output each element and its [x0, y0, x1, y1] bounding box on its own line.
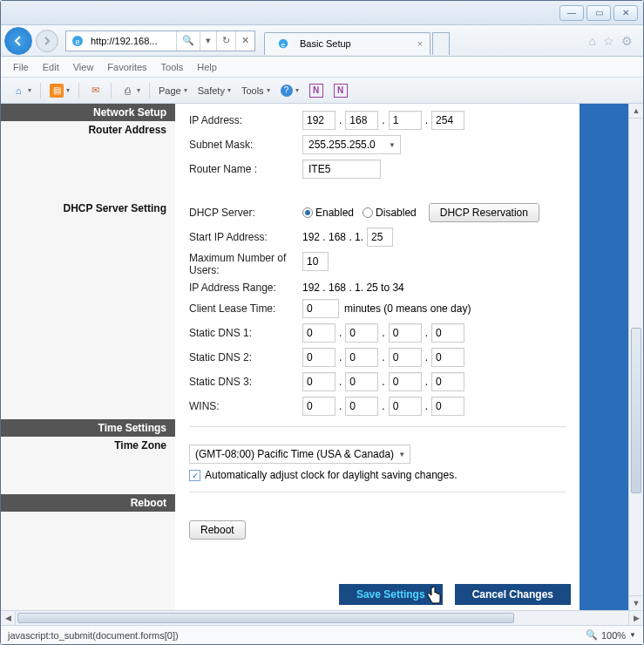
forward-button[interactable]: [36, 30, 58, 52]
zoom-control[interactable]: 🔍 100% ▼: [586, 629, 636, 641]
label-subnet-mask: Subnet Mask:: [189, 139, 302, 151]
tb-onenote1-icon[interactable]: N: [306, 82, 327, 99]
timezone-select[interactable]: (GMT-08:00) Pacific Time (USA & Canada) …: [189, 445, 410, 464]
tb-safety[interactable]: Safety▾: [194, 84, 234, 98]
section-router-address: Router Address: [1, 121, 175, 139]
label-disabled: Disabled: [376, 207, 417, 219]
maximize-button[interactable]: ▭: [586, 5, 611, 21]
dst-checkbox[interactable]: ✓: [189, 470, 200, 481]
scroll-right-icon[interactable]: ▶: [628, 611, 643, 625]
close-window-button[interactable]: ✕: [613, 5, 638, 21]
scroll-left-icon[interactable]: ◀: [1, 611, 16, 625]
zoom-value: 100%: [601, 630, 626, 641]
tb-onenote2-icon[interactable]: N: [330, 82, 351, 99]
menu-favorites[interactable]: Favorites: [107, 62, 146, 72]
section-time-zone: Time Zone: [1, 437, 175, 454]
dns3-octet-4[interactable]: [431, 372, 464, 391]
tb-mail-icon[interactable]: ✉: [85, 82, 105, 99]
label-auto-dst: Automatically adjust clock for daylight …: [205, 469, 457, 481]
tab-close-icon[interactable]: ×: [417, 38, 423, 49]
subnet-mask-select[interactable]: 255.255.255.0 ▼: [302, 135, 401, 154]
scroll-down-icon[interactable]: ▼: [629, 595, 643, 610]
search-icon[interactable]: 🔍: [176, 31, 200, 51]
label-dns2: Static DNS 2:: [189, 351, 302, 363]
lease-suffix: minutes (0 means one day): [344, 302, 471, 315]
dns2-octet-2[interactable]: [345, 348, 378, 367]
minimize-button[interactable]: —: [559, 5, 584, 21]
lease-time-input[interactable]: [302, 299, 339, 318]
wins-octet-4[interactable]: [431, 397, 464, 416]
menu-tools[interactable]: Tools: [161, 62, 184, 72]
right-band: [580, 104, 628, 610]
command-toolbar: ⌂▾ ▤▾ ✉ ⎙▾ Page▾ Safety▾ Tools▾ ?▾ N N: [1, 78, 643, 104]
wins-octet-3[interactable]: [389, 397, 422, 416]
router-name-input[interactable]: [302, 160, 381, 179]
tb-home-icon[interactable]: ⌂▾: [8, 82, 35, 99]
tb-rss-icon[interactable]: ▤▾: [46, 82, 73, 99]
label-dhcp-server: DHCP Server:: [189, 207, 302, 219]
dhcp-enabled-radio[interactable]: [302, 207, 313, 218]
favorites-icon[interactable]: ☆: [603, 34, 614, 48]
menu-help[interactable]: Help: [197, 62, 217, 72]
chevron-down-icon: ▼: [398, 451, 405, 458]
ip-octet-4[interactable]: [431, 111, 464, 130]
scroll-thumb[interactable]: [17, 613, 514, 623]
dns1-octet-2[interactable]: [345, 323, 378, 343]
refresh-button[interactable]: ↻: [216, 31, 235, 51]
label-lease-time: Client Lease Time:: [189, 302, 302, 315]
ip-octet-3[interactable]: [389, 111, 422, 130]
reboot-button[interactable]: Reboot: [189, 520, 246, 540]
tb-help-icon[interactable]: ?▾: [277, 83, 302, 98]
url-dropdown[interactable]: ▾: [200, 31, 216, 51]
home-icon[interactable]: ⌂: [589, 34, 596, 48]
ie-icon: e: [70, 33, 85, 49]
ip-octet-2[interactable]: [345, 111, 378, 130]
tab-label: Basic Setup: [300, 38, 351, 49]
dns2-octet-1[interactable]: [302, 348, 336, 367]
dns3-octet-1[interactable]: [302, 372, 336, 391]
titlebar: — ▭ ✕: [1, 1, 643, 25]
dhcp-reservation-button[interactable]: DHCP Reservation: [429, 203, 539, 222]
tb-page[interactable]: Page▾: [155, 84, 191, 98]
dns2-octet-4[interactable]: [431, 348, 464, 367]
dhcp-disabled-radio[interactable]: [363, 207, 373, 218]
wins-octet-2[interactable]: [345, 397, 378, 416]
dns1-octet-3[interactable]: [389, 323, 422, 343]
label-router-name: Router Name :: [189, 163, 302, 175]
tb-tools[interactable]: Tools▾: [238, 84, 274, 98]
divider: [189, 492, 566, 492]
ip-octet-1[interactable]: [302, 111, 336, 130]
new-tab-button[interactable]: [432, 32, 450, 55]
dns3-octet-3[interactable]: [389, 372, 422, 391]
left-nav: Network Setup Router Address DHCP Server…: [1, 104, 175, 610]
wins-octet-1[interactable]: [302, 397, 336, 416]
menu-file[interactable]: File: [13, 62, 29, 72]
tab-bar: e Basic Setup ×: [264, 27, 579, 55]
svg-text:e: e: [75, 37, 79, 46]
menu-edit[interactable]: Edit: [43, 62, 59, 72]
vertical-scrollbar[interactable]: ▲ ▼: [628, 104, 643, 610]
save-settings-button[interactable]: Save Settings: [339, 584, 443, 605]
scroll-thumb[interactable]: [631, 328, 641, 493]
max-users-input[interactable]: [302, 252, 329, 271]
tb-print-icon[interactable]: ⎙▾: [117, 82, 144, 99]
dns1-octet-4[interactable]: [431, 323, 464, 343]
settings-gear-icon[interactable]: ⚙: [621, 34, 633, 48]
dns3-octet-2[interactable]: [345, 372, 378, 391]
menu-view[interactable]: View: [73, 62, 94, 72]
scroll-up-icon[interactable]: ▲: [629, 104, 643, 119]
horizontal-scrollbar[interactable]: ◀ ▶: [1, 610, 643, 625]
label-ip-range: IP Address Range:: [189, 282, 302, 294]
stop-button[interactable]: ✕: [235, 31, 254, 51]
scroll-track[interactable]: [629, 119, 643, 595]
action-bar: Save Settings Cancel Changes: [175, 584, 580, 605]
dns2-octet-3[interactable]: [389, 348, 422, 367]
url-input[interactable]: [89, 34, 176, 48]
back-button[interactable]: [4, 27, 32, 55]
dns1-octet-1[interactable]: [302, 323, 336, 343]
browser-window: — ▭ ✕ e 🔍 ▾ ↻ ✕ e Basic Setup ×: [0, 0, 644, 645]
start-ip-input[interactable]: [367, 227, 393, 247]
scroll-track[interactable]: [16, 611, 628, 625]
cancel-changes-button[interactable]: Cancel Changes: [455, 584, 571, 605]
tab-basic-setup[interactable]: e Basic Setup ×: [264, 32, 430, 55]
